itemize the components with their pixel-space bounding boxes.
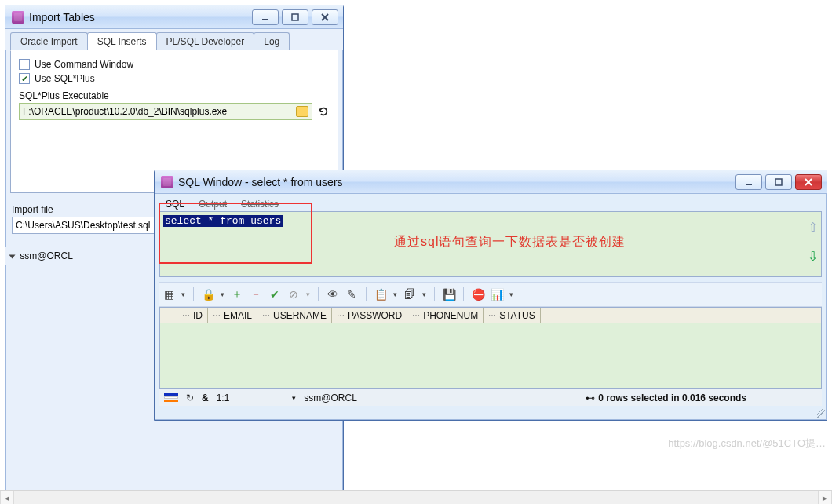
refresh-status-icon[interactable]: ↻	[186, 393, 194, 404]
tab-output[interactable]: Output	[197, 197, 228, 211]
stop-icon[interactable]: ⛔	[472, 288, 484, 301]
browse-sqlplus-icon[interactable]	[296, 106, 308, 117]
use-sqlplus-checkbox[interactable]: ✔	[19, 73, 30, 84]
sqlplus-path-input[interactable]	[23, 106, 293, 117]
rows-selected-status: ⊷ 0 rows selected in 0.016 seconds	[586, 393, 746, 404]
scroll-up-icon[interactable]: ⇧	[808, 220, 818, 235]
watermark-text: https://blog.csdn.net/@51CTO提…	[668, 436, 826, 451]
minimize-button[interactable]	[735, 174, 762, 190]
rows-selected-text: 0 rows selected in 0.016 seconds	[598, 393, 746, 404]
scroll-down-icon[interactable]: ⇩	[808, 249, 818, 264]
copy-icon[interactable]: 📋	[374, 288, 387, 301]
delete-row-icon[interactable]: －	[250, 288, 262, 301]
window-buttons	[735, 174, 822, 190]
tab-sql[interactable]: SQL	[164, 197, 186, 211]
col-email[interactable]: ⋯EMAIL	[208, 308, 257, 323]
editor-nav-arrows: ⇧ ⇩	[808, 220, 818, 264]
export-icon[interactable]: 🗐	[403, 288, 416, 301]
connection-dropdown-icon[interactable]: ▾	[292, 394, 296, 402]
col-end	[541, 308, 558, 323]
dropdown-icon[interactable]: ▾	[181, 290, 185, 298]
svg-rect-5	[775, 179, 782, 185]
close-button[interactable]	[795, 174, 822, 190]
row-selector-header[interactable]	[160, 308, 177, 323]
sql-connection-text: ssm@ORCL	[304, 393, 357, 404]
find-icon[interactable]: 👁	[327, 288, 339, 301]
tab-sql-inserts[interactable]: SQL Inserts	[87, 32, 157, 50]
import-connection-text: ssm@ORCL	[20, 250, 73, 261]
sql-editor[interactable]: select * from users 通过sql语句查询一下数据表是否被创建 …	[159, 211, 822, 277]
cursor-position: 1:1	[217, 393, 230, 404]
resize-grip[interactable]	[816, 409, 825, 418]
col-phonenum[interactable]: ⋯PHONENUM	[407, 308, 484, 323]
use-command-window-checkbox[interactable]	[19, 59, 30, 70]
annotation-text: 通过sql语句查询一下数据表是否被创建	[394, 234, 626, 250]
annotation-highlight-box	[159, 203, 312, 264]
import-title: Import Tables	[29, 11, 252, 24]
app-icon	[161, 176, 173, 188]
tab-log[interactable]: Log	[254, 32, 290, 50]
sqlplus-path-box	[19, 103, 312, 120]
edit-icon[interactable]: ✎	[345, 288, 358, 301]
grid-view-icon[interactable]: ▦	[162, 288, 175, 301]
refresh-button[interactable]	[317, 105, 330, 118]
lock-icon[interactable]: 🔒	[202, 288, 214, 301]
save-icon[interactable]: 💾	[443, 288, 455, 301]
scroll-left-button[interactable]: ◄	[0, 491, 14, 504]
tab-plsql-developer[interactable]: PL/SQL Developer	[156, 32, 255, 50]
results-grid[interactable]: ⋯ID ⋯EMAIL ⋯USERNAME ⋯PASSWORD ⋯PHONENUM…	[159, 307, 822, 389]
close-button[interactable]	[312, 9, 338, 25]
col-password[interactable]: ⋯PASSWORD	[332, 308, 407, 323]
sql-status-bar: ↻ & 1:1 ▾ ssm@ORCL ⊷ 0 rows selected in …	[159, 389, 822, 406]
sql-window-title: SQL Window - select * from users	[178, 176, 735, 188]
dropdown-icon[interactable]: ▾	[221, 290, 224, 298]
minimize-button[interactable]	[252, 9, 279, 25]
commit-icon[interactable]: ✔	[268, 288, 281, 301]
col-status[interactable]: ⋯STATUS	[484, 308, 541, 323]
tab-statistics[interactable]: Statistics	[239, 197, 280, 211]
autofetch-icon[interactable]: &	[202, 393, 209, 404]
use-sqlplus-row[interactable]: ✔ Use SQL*Plus	[19, 73, 330, 84]
use-command-window-row[interactable]: Use Command Window	[19, 59, 330, 70]
maximize-button[interactable]	[282, 9, 308, 25]
sql-titlebar[interactable]: SQL Window - select * from users	[155, 170, 827, 194]
scroll-right-button[interactable]: ►	[818, 491, 832, 504]
flag-icon	[164, 393, 178, 402]
horizontal-scrollbar[interactable]: ◄ ►	[0, 490, 832, 504]
pin-icon: ⊷	[586, 393, 595, 404]
add-row-icon[interactable]: ＋	[231, 288, 243, 301]
col-username[interactable]: ⋯USERNAME	[257, 308, 332, 323]
tab-oracle-import[interactable]: Oracle Import	[10, 32, 88, 50]
dropdown-triangle-icon	[9, 254, 16, 258]
svg-rect-1	[292, 14, 298, 20]
window-buttons	[252, 9, 338, 25]
results-toolbar: ▦▾ 🔒▾ ＋ － ✔ ⊘▾ 👁 ✎ 📋▾ 🗐▾ 💾 ⛔ 📊▾	[159, 282, 822, 307]
rollback-icon[interactable]: ⊘	[287, 288, 300, 301]
sql-query-text[interactable]: select * from users	[163, 215, 283, 227]
chart-icon[interactable]: 📊	[491, 288, 503, 301]
maximize-button[interactable]	[765, 174, 792, 190]
import-tabstrip: Oracle Import SQL Inserts PL/SQL Develop…	[5, 29, 343, 50]
col-id[interactable]: ⋯ID	[177, 308, 208, 323]
import-titlebar[interactable]: Import Tables	[5, 5, 343, 29]
sqlplus-exe-label: SQL*Plus Executable	[19, 90, 330, 101]
app-icon	[12, 11, 24, 24]
sql-result-tabs: SQL Output Statistics	[159, 194, 822, 211]
use-sqlplus-label: Use SQL*Plus	[35, 73, 95, 84]
use-command-window-label: Use Command Window	[35, 59, 133, 70]
sql-window: SQL Window - select * from users SQL Out…	[154, 170, 827, 421]
grid-header-row: ⋯ID ⋯EMAIL ⋯USERNAME ⋯PASSWORD ⋯PHONENUM…	[160, 308, 821, 323]
